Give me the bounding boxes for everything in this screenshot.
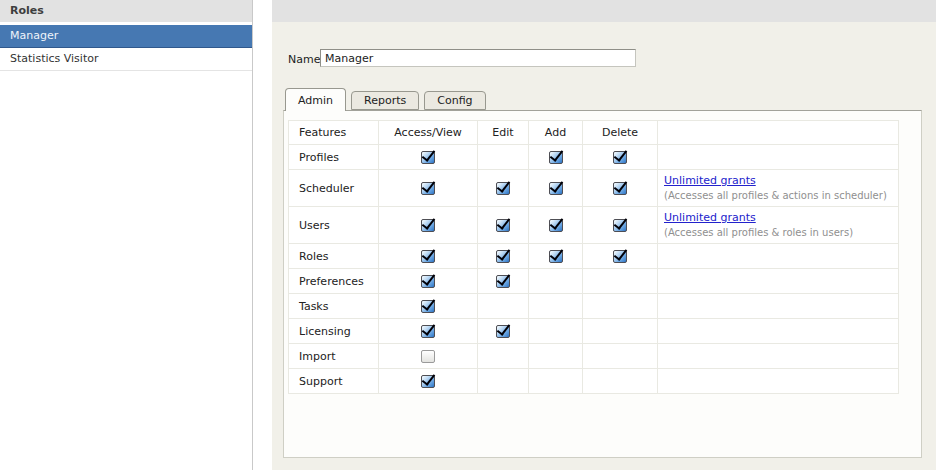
checkbox-roles-delete-checked[interactable] xyxy=(613,250,627,263)
column-header-Delete: Delete xyxy=(583,121,658,145)
table-row: UsersUnlimited grants(Accesses all profi… xyxy=(289,207,899,244)
tab-reports[interactable]: Reports xyxy=(351,91,419,110)
tab-bar: AdminReportsConfig xyxy=(285,88,486,111)
checkbox-scheduler-access-checked[interactable] xyxy=(421,182,435,195)
checkbox-import-access-unchecked[interactable] xyxy=(421,350,435,363)
checkbox-profiles-access-checked[interactable] xyxy=(421,151,435,164)
roles-list: ManagerStatistics Visitor xyxy=(0,25,252,71)
checkbox-tasks-access-checked[interactable] xyxy=(421,300,435,313)
checkbox-roles-access-checked[interactable] xyxy=(421,250,435,263)
table-header-row: FeaturesAccess/ViewEditAddDelete xyxy=(289,121,899,145)
table-row: Licensing xyxy=(289,319,899,344)
checkbox-profiles-delete-checked[interactable] xyxy=(613,151,627,164)
table-row: Roles xyxy=(289,244,899,269)
feature-label: Tasks xyxy=(289,294,379,319)
role-detail-panel: Name AdminReportsConfig FeaturesAccess/V… xyxy=(272,0,936,470)
checkbox-scheduler-edit-checked[interactable] xyxy=(496,182,510,195)
unlimited-grants-link[interactable]: Unlimited grants xyxy=(664,211,756,224)
checkbox-roles-add-checked[interactable] xyxy=(549,250,563,263)
name-input[interactable] xyxy=(320,49,636,67)
checkbox-roles-edit-checked[interactable] xyxy=(496,250,510,263)
column-header-extra xyxy=(658,121,899,145)
grants-note: (Accesses all profiles & actions in sche… xyxy=(664,189,898,202)
feature-label: Users xyxy=(289,207,379,244)
table-row: Tasks xyxy=(289,294,899,319)
sidebar-title: Roles xyxy=(0,0,252,22)
feature-label: Roles xyxy=(289,244,379,269)
checkbox-scheduler-add-checked[interactable] xyxy=(549,182,563,195)
table-row: Profiles xyxy=(289,145,899,170)
checkbox-support-access-checked[interactable] xyxy=(421,375,435,388)
grants-note: (Accesses all profiles & roles in users) xyxy=(664,226,898,239)
checkbox-users-delete-checked[interactable] xyxy=(613,219,627,232)
roles-sidebar: Roles ManagerStatistics Visitor xyxy=(0,0,253,470)
sidebar-item-statistics-visitor[interactable]: Statistics Visitor xyxy=(0,48,252,71)
checkbox-licensing-edit-checked[interactable] xyxy=(496,325,510,338)
checkbox-users-add-checked[interactable] xyxy=(549,219,563,232)
checkbox-users-edit-checked[interactable] xyxy=(496,219,510,232)
sidebar-item-manager[interactable]: Manager xyxy=(0,25,252,48)
table-row: SchedulerUnlimited grants(Accesses all p… xyxy=(289,170,899,207)
column-header-Access/View: Access/View xyxy=(379,121,478,145)
toolbar xyxy=(272,0,936,22)
column-header-Edit: Edit xyxy=(478,121,529,145)
column-header-Add: Add xyxy=(529,121,583,145)
feature-label: Preferences xyxy=(289,269,379,294)
table-row: Preferences xyxy=(289,269,899,294)
table-row: Support xyxy=(289,369,899,394)
feature-label: Support xyxy=(289,369,379,394)
tab-admin[interactable]: Admin xyxy=(285,88,346,111)
name-label: Name xyxy=(288,53,320,66)
tab-content-pane: FeaturesAccess/ViewEditAddDelete Profile… xyxy=(283,110,922,458)
unlimited-grants-link[interactable]: Unlimited grants xyxy=(664,174,756,187)
column-header-Features: Features xyxy=(289,121,379,145)
feature-label: Licensing xyxy=(289,319,379,344)
table-row: Import xyxy=(289,344,899,369)
checkbox-preferences-access-checked[interactable] xyxy=(421,275,435,288)
feature-label: Import xyxy=(289,344,379,369)
checkbox-scheduler-delete-checked[interactable] xyxy=(613,182,627,195)
tab-config[interactable]: Config xyxy=(424,91,485,110)
features-table: FeaturesAccess/ViewEditAddDelete Profile… xyxy=(288,120,899,394)
checkbox-preferences-edit-checked[interactable] xyxy=(496,275,510,288)
feature-label: Scheduler xyxy=(289,170,379,207)
checkbox-profiles-add-checked[interactable] xyxy=(549,151,563,164)
feature-label: Profiles xyxy=(289,145,379,170)
checkbox-users-access-checked[interactable] xyxy=(421,219,435,232)
checkbox-licensing-access-checked[interactable] xyxy=(421,325,435,338)
